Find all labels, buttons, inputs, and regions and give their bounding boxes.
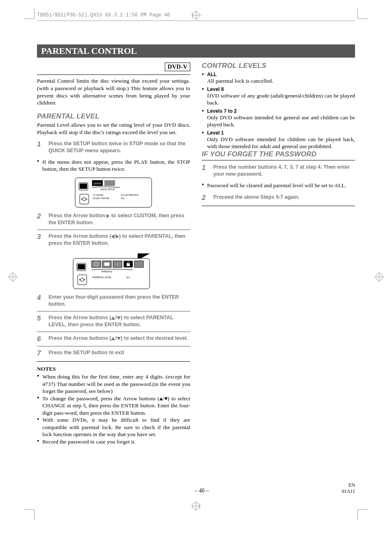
svg-rect-21 bbox=[92, 261, 101, 267]
bullet-item: Password will be cleared and parental le… bbox=[202, 182, 355, 189]
step-number: 3 bbox=[37, 233, 44, 241]
rule bbox=[37, 361, 190, 362]
note-item: To change the password, press the Arrow … bbox=[37, 395, 190, 417]
forgot-steps-2: 2 Proceed the above Steps 5-7 again. bbox=[202, 192, 355, 205]
step-item: 5 Press the Arrow buttons (/) to select … bbox=[37, 311, 190, 332]
step-item: 7 Press the SETUP button to exit bbox=[37, 346, 190, 360]
step-number: 2 bbox=[37, 212, 44, 221]
crosshair-icon bbox=[193, 12, 200, 19]
footer-code: EN 01A11 bbox=[342, 482, 355, 494]
svg-point-6 bbox=[86, 199, 87, 200]
control-level-title: Level 8 bbox=[202, 86, 355, 92]
svg-point-20 bbox=[84, 279, 85, 281]
note-item: With some DVDs, it may be difficult to f… bbox=[37, 416, 190, 438]
down-arrow-icon bbox=[164, 397, 168, 400]
columns: DVD-V Parental Control limits the disc v… bbox=[37, 62, 355, 445]
control-level-title: Level 1 bbox=[202, 130, 355, 136]
osd1-tab-label: QUICK SETUP bbox=[100, 188, 115, 190]
title-text: PARENTAL CONTROL bbox=[41, 46, 137, 56]
after-step-note: If the menu does not appear, press the P… bbox=[37, 158, 190, 173]
svg-text:PARENTAL: PARENTAL bbox=[101, 270, 113, 273]
step-item: 2 Press the Arrow button to select CUSTO… bbox=[37, 211, 190, 230]
register-mark-right bbox=[376, 273, 383, 282]
step-text: Press the SETUP button twice in STOP mod… bbox=[48, 140, 190, 155]
svg-text:ALL: ALL bbox=[126, 276, 130, 279]
step-text: Press the number buttons 4, 7, 3, 7 at s… bbox=[213, 164, 355, 178]
right-arrow-icon bbox=[106, 214, 110, 218]
step-number: 7 bbox=[37, 349, 44, 358]
svg-point-18 bbox=[79, 279, 80, 281]
down-arrow-icon bbox=[117, 316, 121, 320]
svg-rect-17 bbox=[78, 275, 87, 285]
page: TD851/951(P36-52).QX33 03.3.1 1:56 PM Pa… bbox=[0, 0, 392, 555]
step-text: Press the SETUP button to exit bbox=[48, 349, 190, 357]
osd-figure-1: QUICK QUICK SETUP TV MODE 4:3 LETTER BOX… bbox=[75, 175, 153, 209]
svg-rect-3 bbox=[80, 194, 89, 204]
forgot-head: IF YOU FORGET THE PASSWORD bbox=[202, 150, 355, 158]
svg-text:DOLBY DIGITAL: DOLBY DIGITAL bbox=[93, 197, 110, 200]
note-item: When doing this for the first time, ente… bbox=[37, 373, 190, 395]
register-mark-top bbox=[192, 12, 200, 19]
step-text: Press the Arrow buttons (/) to select PA… bbox=[48, 314, 190, 329]
footer-code-top: EN bbox=[348, 482, 355, 488]
rule bbox=[37, 74, 190, 75]
parental-level-head: PARENTAL LEVEL bbox=[37, 112, 190, 121]
title-banner-wrap: PARENTAL CONTROL bbox=[37, 44, 355, 58]
svg-rect-9 bbox=[104, 180, 115, 186]
register-mark-left bbox=[9, 273, 16, 282]
step-number: 1 bbox=[202, 164, 209, 172]
osd-figure-2: ♪ PARENTAL PARENTAL LEVEL ALL bbox=[73, 253, 155, 290]
step-text: Proceed the above Steps 5-7 again. bbox=[213, 194, 355, 201]
crosshair-icon bbox=[9, 273, 16, 281]
forgot-steps: 1 Press the number buttons 4, 7, 3, 7 at… bbox=[202, 163, 355, 181]
crop-mark bbox=[357, 509, 368, 520]
left-arrow-icon bbox=[111, 235, 114, 239]
down-arrow-icon bbox=[117, 337, 121, 340]
control-level-body: DVD software of any grade (adult/general… bbox=[202, 92, 355, 107]
right-arrow-icon bbox=[116, 235, 119, 239]
register-mark-bottom bbox=[192, 502, 200, 510]
svg-rect-16 bbox=[78, 264, 85, 269]
step-number: 4 bbox=[37, 294, 44, 302]
step-item: 2 Proceed the above Steps 5-7 again. bbox=[202, 192, 355, 205]
step-item: 3 Press the Arrow buttons (/) to select … bbox=[37, 230, 190, 250]
rule bbox=[202, 160, 355, 160]
svg-point-4 bbox=[81, 199, 82, 200]
step-text: Press the Arrow button to select CUSTOM,… bbox=[48, 212, 190, 227]
right-column: CONTROL LEVELS ALL All parental lock is … bbox=[202, 62, 355, 209]
control-level-body: Only DVD software intended for general u… bbox=[202, 114, 355, 128]
step-number: 5 bbox=[37, 314, 44, 323]
control-levels-list: ALL All parental lock is cancelled. Leve… bbox=[202, 72, 355, 150]
step-text: Press the Arrow buttons (/) to select PA… bbox=[48, 233, 190, 247]
dvd-badge: DVD-V bbox=[165, 63, 190, 71]
crosshair-icon bbox=[192, 502, 200, 510]
step-text: Press the Arrow buttons (/) to select th… bbox=[48, 335, 190, 342]
step-item: 4 Enter your four-digit password then pr… bbox=[37, 292, 190, 311]
step-text: Enter your four-digit password then pres… bbox=[48, 294, 190, 308]
svg-text:TV MODE: TV MODE bbox=[93, 194, 103, 196]
step-item: 6 Press the Arrow buttons (/) to select … bbox=[37, 332, 190, 346]
note-item: Record the password in case you forget i… bbox=[37, 438, 190, 446]
svg-text:♪: ♪ bbox=[117, 262, 118, 266]
intro-paragraph: Parental Control limits the disc viewing… bbox=[37, 77, 190, 107]
page-number: – 46 – bbox=[194, 488, 209, 494]
bullet-item: If the menu does not appear, press the P… bbox=[37, 158, 190, 173]
svg-rect-27 bbox=[104, 262, 109, 266]
outer-rule bbox=[37, 21, 355, 22]
footer: – 46 – EN 01A11 bbox=[37, 482, 355, 494]
control-levels-head: CONTROL LEVELS bbox=[202, 62, 355, 70]
step-item: 1 Press the SETUP button twice in STOP m… bbox=[37, 139, 190, 158]
step-item: 1 Press the number buttons 4, 7, 3, 7 at… bbox=[202, 163, 355, 181]
svg-text:4:3 LETTER BOX: 4:3 LETTER BOX bbox=[121, 194, 139, 196]
svg-text:ON: ON bbox=[121, 197, 124, 200]
control-level-title: ALL bbox=[202, 72, 355, 77]
crop-mark bbox=[357, 8, 368, 19]
parental-level-body: Parental Level allows you to set the rat… bbox=[37, 121, 190, 136]
step-number: 1 bbox=[37, 140, 44, 149]
crop-mark bbox=[24, 509, 35, 520]
step-number: 6 bbox=[37, 335, 44, 343]
steps-list-cont2: 4 Enter your four-digit password then pr… bbox=[37, 292, 190, 360]
steps-list: 1 Press the SETUP button twice in STOP m… bbox=[37, 139, 190, 158]
step-number: 2 bbox=[202, 194, 209, 202]
forgot-note: Password will be cleared and parental le… bbox=[202, 182, 355, 189]
